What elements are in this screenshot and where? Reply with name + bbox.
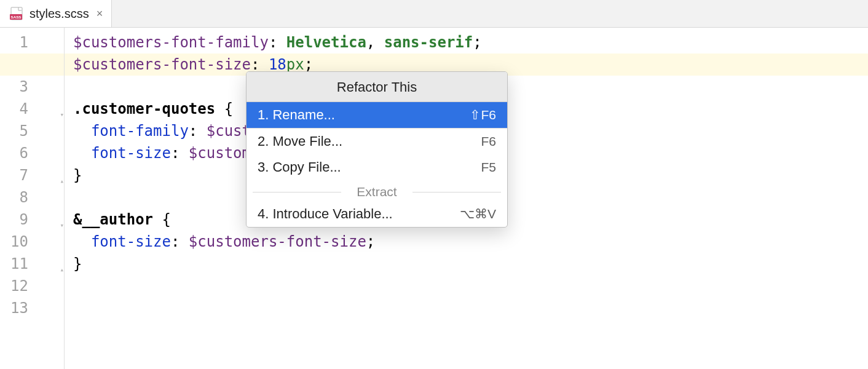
line-number: 6 <box>0 142 64 164</box>
fold-icon[interactable]: ▾ <box>55 215 64 223</box>
menu-item-copy-file[interactable]: 3. Copy File... F5 <box>247 154 507 180</box>
line-number: 8 <box>0 186 64 208</box>
menu-item-shortcut: F6 <box>481 134 496 149</box>
line-number: 5 <box>0 120 64 142</box>
menu-title: Refactor This <box>247 72 507 102</box>
menu-item-shortcut: ⌥⌘V <box>460 207 496 221</box>
code-line: } <box>73 253 868 275</box>
line-number: 9 <box>0 208 64 231</box>
fold-icon[interactable]: ▴ <box>55 259 64 268</box>
menu-item-shortcut: ⇧F6 <box>470 108 496 122</box>
menu-item-introduce-variable[interactable]: 4. Introduce Variable... ⌥⌘V <box>247 201 507 227</box>
fold-icon[interactable]: ▴ <box>55 170 64 179</box>
svg-text:SASS: SASS <box>11 15 22 19</box>
fold-icon[interactable]: ▾ <box>55 104 64 113</box>
line-number: 7 <box>0 164 64 186</box>
line-number: 12 <box>0 275 64 297</box>
line-number: 1 <box>0 31 64 54</box>
menu-item-rename[interactable]: 1. Rename... ⇧F6 <box>247 102 507 128</box>
close-icon[interactable]: × <box>95 7 105 20</box>
sass-file-icon: SASS <box>10 7 23 20</box>
line-gutter: 1 2 3 4 5 6 7 8 9 10 11 12 13 ▾ ▴ ▾ ▴ <box>0 28 65 369</box>
line-number: 4 <box>0 98 64 120</box>
tab-bar: SASS styles.scss × <box>0 0 868 28</box>
menu-item-label: 2. Move File... <box>258 133 342 149</box>
menu-item-label: 4. Introduce Variable... <box>258 206 393 222</box>
code-line: font-size: $customers-font-size; <box>73 231 868 253</box>
line-number: 13 <box>0 297 64 319</box>
code-line <box>73 297 868 319</box>
menu-item-label: 1. Rename... <box>258 107 335 123</box>
menu-item-label: 3. Copy File... <box>258 159 341 175</box>
tab-filename: styles.scss <box>30 7 89 21</box>
code-line <box>73 275 868 297</box>
refactor-menu: Refactor This 1. Rename... ⇧F6 2. Move F… <box>246 71 508 228</box>
menu-section-label: Extract <box>247 184 507 200</box>
menu-item-shortcut: F5 <box>481 160 496 175</box>
menu-item-move-file[interactable]: 2. Move File... F6 <box>247 129 507 154</box>
line-number: 10 <box>0 231 64 253</box>
line-number: 3 <box>0 76 64 98</box>
file-tab[interactable]: SASS styles.scss × <box>0 0 112 27</box>
code-line: $customers-font-family: Helvetica, sans-… <box>73 31 868 54</box>
line-number: 11 <box>0 253 64 275</box>
